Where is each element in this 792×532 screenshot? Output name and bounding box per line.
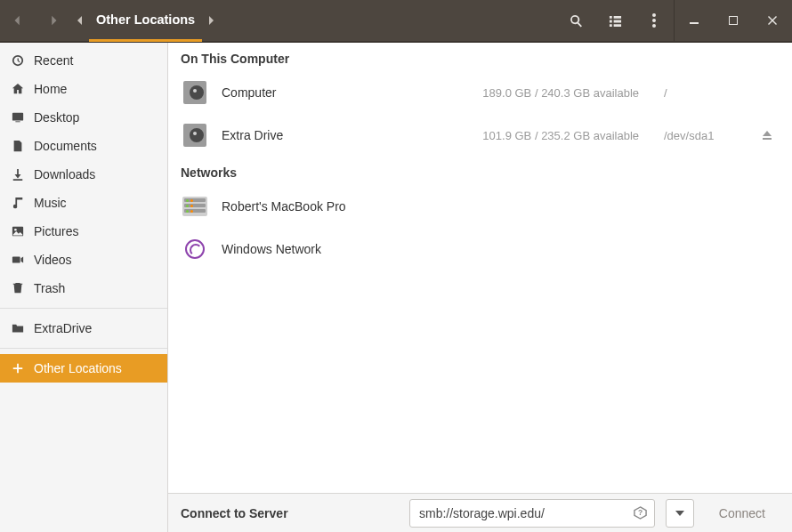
pictures-icon xyxy=(11,224,25,238)
sidebar-item-label: Music xyxy=(34,196,67,210)
network-row-macbook[interactable]: Robert's MacBook Pro xyxy=(168,185,792,228)
drive-icon xyxy=(182,123,207,148)
trash-icon xyxy=(11,281,25,295)
sidebar-item-recent[interactable]: Recent xyxy=(0,46,167,75)
drive-size: 101.9 GB / 235.2 GB available xyxy=(482,129,639,142)
svg-point-8 xyxy=(14,229,17,231)
sidebar-item-desktop[interactable]: Desktop xyxy=(0,103,167,132)
sidebar-divider xyxy=(0,348,167,349)
sidebar-item-label: Recent xyxy=(34,53,73,68)
music-icon xyxy=(11,196,25,210)
path-chevron-right-icon xyxy=(202,16,220,25)
header-bar: Other Locations xyxy=(0,0,792,43)
path-chevron-left-icon xyxy=(71,16,89,25)
sidebar-item-music[interactable]: Music xyxy=(0,189,167,217)
sidebar-item-label: Desktop xyxy=(34,110,79,125)
svg-text:?: ? xyxy=(638,508,642,517)
sidebar-item-downloads[interactable]: Downloads xyxy=(0,160,167,189)
view-list-button[interactable] xyxy=(595,0,634,42)
sidebar-item-videos[interactable]: Videos xyxy=(0,246,167,274)
svg-rect-3 xyxy=(690,22,699,24)
network-name: Windows Network xyxy=(222,242,778,256)
sidebar-item-extradrive[interactable]: ExtraDrive xyxy=(0,314,167,343)
drive-row-extra-drive[interactable]: Extra Drive 101.9 GB / 235.2 GB availabl… xyxy=(168,114,792,157)
window-minimize-button[interactable] xyxy=(675,0,714,42)
drive-name: Computer xyxy=(222,85,468,100)
server-address-input[interactable] xyxy=(410,506,627,520)
home-icon xyxy=(11,82,25,96)
sidebar-item-label: Pictures xyxy=(34,224,79,238)
sidebar-item-label: Videos xyxy=(34,253,72,267)
server-icon xyxy=(182,194,207,219)
drive-name: Extra Drive xyxy=(222,128,468,142)
drive-icon xyxy=(182,80,207,105)
svg-rect-4 xyxy=(729,16,738,25)
drive-path: / xyxy=(653,86,742,100)
svg-rect-5 xyxy=(12,113,23,121)
network-row-windows[interactable]: Windows Network xyxy=(168,228,792,270)
window-close-button[interactable] xyxy=(753,0,792,42)
sidebar-item-pictures[interactable]: Pictures xyxy=(0,217,167,246)
sidebar-item-documents[interactable]: Documents xyxy=(0,132,167,160)
desktop-icon xyxy=(11,110,25,125)
window-maximize-button[interactable] xyxy=(714,0,753,42)
recent-icon xyxy=(11,53,25,68)
sidebar-item-label: Trash xyxy=(34,281,65,295)
sidebar: Recent Home Desktop Documents Downloads … xyxy=(0,43,168,532)
folder-icon xyxy=(11,321,25,335)
videos-icon xyxy=(11,253,25,267)
nav-back-button[interactable] xyxy=(0,0,36,42)
svg-rect-6 xyxy=(15,121,20,122)
connect-to-server-bar: Connect to Server ? Connect xyxy=(168,493,792,532)
connect-button[interactable]: Connect xyxy=(705,499,780,528)
network-name: Robert's MacBook Pro xyxy=(222,199,778,214)
connect-label: Connect to Server xyxy=(181,506,399,520)
search-button[interactable] xyxy=(556,0,595,42)
sidebar-divider xyxy=(0,308,167,309)
svg-point-1 xyxy=(652,19,656,22)
sidebar-item-trash[interactable]: Trash xyxy=(0,274,167,302)
globe-icon xyxy=(182,237,207,262)
svg-rect-9 xyxy=(12,257,20,263)
document-icon xyxy=(11,139,25,153)
sidebar-item-label: Documents xyxy=(34,139,97,153)
sidebar-item-other-locations[interactable]: Other Locations xyxy=(0,354,167,383)
main-content: On This Computer Computer 189.0 GB / 240… xyxy=(168,43,792,532)
nav-forward-button[interactable] xyxy=(36,0,71,42)
menu-button[interactable] xyxy=(634,0,674,42)
downloads-icon xyxy=(11,167,25,181)
drive-size: 189.0 GB / 240.3 GB available xyxy=(482,86,639,100)
sidebar-item-label: Downloads xyxy=(34,167,95,181)
plus-icon xyxy=(11,361,25,375)
svg-point-0 xyxy=(652,13,656,17)
help-button[interactable]: ? xyxy=(627,500,654,527)
svg-point-2 xyxy=(652,24,656,28)
server-address-input-wrap: ? xyxy=(409,499,655,528)
sidebar-item-label: ExtraDrive xyxy=(34,321,92,335)
sidebar-item-label: Home xyxy=(34,82,67,96)
section-header-on-this-computer: On This Computer xyxy=(168,43,792,71)
drive-row-computer[interactable]: Computer 189.0 GB / 240.3 GB available / xyxy=(168,71,792,114)
section-header-networks: Networks xyxy=(168,157,792,185)
sidebar-item-home[interactable]: Home xyxy=(0,75,167,103)
server-history-dropdown[interactable] xyxy=(666,499,694,528)
path-current-location[interactable]: Other Locations xyxy=(89,0,202,42)
drive-path: /dev/sda1 xyxy=(653,129,742,142)
sidebar-item-label: Other Locations xyxy=(34,361,122,375)
eject-button[interactable] xyxy=(756,130,778,141)
